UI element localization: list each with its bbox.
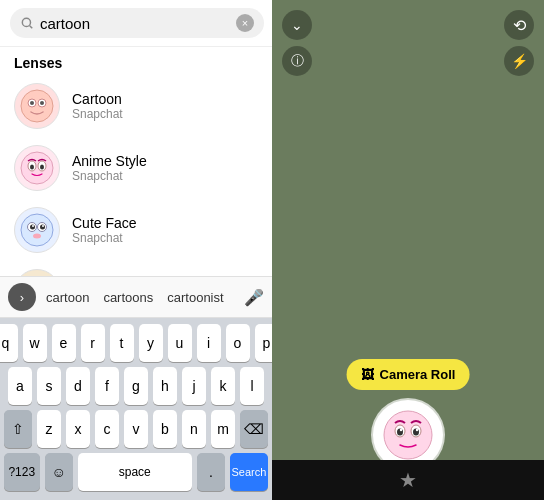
svg-point-6 [40, 101, 44, 105]
lens-name: Cartoon [72, 91, 123, 107]
key-u[interactable]: u [168, 324, 192, 362]
lens-info-anime: Anime Style Snapchat [72, 153, 147, 183]
period-key[interactable]: . [197, 453, 225, 491]
lens-info-cute: Cute Face Snapchat [72, 215, 137, 245]
key-z[interactable]: z [37, 410, 61, 448]
emoji-key[interactable]: ☺ [45, 453, 73, 491]
svg-point-40 [416, 429, 418, 431]
search-input-wrapper: × [10, 8, 264, 38]
top-right-icons: ⟲ ⚡ [504, 10, 534, 76]
svg-point-19 [33, 234, 41, 239]
key-t[interactable]: t [110, 324, 134, 362]
lenses-header: Lenses [0, 47, 272, 75]
svg-point-39 [400, 429, 402, 431]
search-input[interactable] [40, 15, 230, 32]
key-b[interactable]: b [153, 410, 177, 448]
camera-roll-button[interactable]: 🖼 Camera Roll [347, 359, 470, 390]
camera-roll-icon: 🖼 [361, 367, 374, 382]
svg-point-18 [42, 225, 44, 227]
key-f[interactable]: f [95, 367, 119, 405]
flash-icon[interactable]: ⚡ [504, 46, 534, 76]
numbers-key[interactable]: ?123 [4, 453, 40, 491]
lens-item-cute[interactable]: Cute Face Snapchat [0, 199, 272, 261]
keyboard: q w e r t y u i o p a s d f g h j k l ⇧ … [0, 318, 272, 500]
search-icon [20, 16, 34, 30]
keyboard-row-3: ⇧ z x c v b n m ⌫ [4, 410, 268, 448]
svg-point-17 [32, 225, 34, 227]
lens-avatar-deer [14, 269, 60, 276]
left-panel: × Cancel Lenses Cartoon Snapchat [0, 0, 272, 500]
svg-point-0 [22, 18, 30, 26]
keyboard-row-2: a s d f g h j k l [4, 367, 268, 405]
favorites-star-icon[interactable]: ★ [399, 468, 417, 492]
key-q[interactable]: q [0, 324, 18, 362]
suggestions-arrow[interactable]: › [8, 283, 36, 311]
lens-info-cartoon: Cartoon Snapchat [72, 91, 123, 121]
delete-key[interactable]: ⌫ [240, 410, 268, 448]
clear-button[interactable]: × [236, 14, 254, 32]
lens-avatar-cartoon [14, 83, 60, 129]
svg-point-12 [21, 214, 53, 246]
key-g[interactable]: g [124, 367, 148, 405]
top-left-icons: ⌄ ⓘ [282, 10, 312, 76]
key-e[interactable]: e [52, 324, 76, 362]
suggestions-row: › cartoon cartoons cartoonist 🎤 [0, 276, 272, 318]
shift-key[interactable]: ⇧ [4, 410, 32, 448]
key-s[interactable]: s [37, 367, 61, 405]
lens-avatar-cute [14, 207, 60, 253]
key-o[interactable]: o [226, 324, 250, 362]
svg-point-7 [21, 152, 53, 184]
keyboard-row-1: q w e r t y u i o p [4, 324, 268, 362]
key-m[interactable]: m [211, 410, 235, 448]
suggestion-chip-2[interactable]: cartoonist [163, 288, 227, 307]
key-w[interactable]: w [23, 324, 47, 362]
lens-item-anime[interactable]: Anime Style Snapchat [0, 137, 272, 199]
search-bar: × Cancel [0, 0, 272, 47]
lens-name: Anime Style [72, 153, 147, 169]
right-panel: ⌄ ⓘ ⟲ ⚡ 🖼 Camera Roll ★ [272, 0, 544, 500]
rotate-camera-icon[interactable]: ⟲ [504, 10, 534, 40]
key-l[interactable]: l [240, 367, 264, 405]
svg-point-11 [40, 165, 44, 170]
key-a[interactable]: a [8, 367, 32, 405]
svg-point-2 [21, 90, 53, 122]
camera-roll-label: Camera Roll [380, 367, 456, 382]
suggestion-chip-0[interactable]: cartoon [42, 288, 93, 307]
lenses-section: Lenses Cartoon Snapchat [0, 47, 272, 276]
chevron-down-icon[interactable]: ⌄ [282, 10, 312, 40]
lens-avatar-anime [14, 145, 60, 191]
info-icon[interactable]: ⓘ [282, 46, 312, 76]
key-r[interactable]: r [81, 324, 105, 362]
lens-sub: Snapchat [72, 107, 123, 121]
key-c[interactable]: c [95, 410, 119, 448]
lens-item-deer[interactable]: Cartoon Deer Snapchat [0, 261, 272, 276]
bottom-bar: ★ [272, 460, 544, 500]
key-p[interactable]: p [255, 324, 273, 362]
space-key[interactable]: space [78, 453, 192, 491]
lens-name: Cute Face [72, 215, 137, 231]
key-h[interactable]: h [153, 367, 177, 405]
lens-sub: Snapchat [72, 231, 137, 245]
svg-point-5 [30, 101, 34, 105]
key-y[interactable]: y [139, 324, 163, 362]
key-j[interactable]: j [182, 367, 206, 405]
lens-sub: Snapchat [72, 169, 147, 183]
key-d[interactable]: d [66, 367, 90, 405]
svg-line-1 [30, 26, 33, 29]
svg-point-34 [384, 411, 432, 459]
suggestion-chip-1[interactable]: cartoons [99, 288, 157, 307]
key-i[interactable]: i [197, 324, 221, 362]
svg-point-10 [30, 165, 34, 170]
mic-icon[interactable]: 🎤 [244, 288, 264, 307]
key-v[interactable]: v [124, 410, 148, 448]
lens-item-cartoon[interactable]: Cartoon Snapchat [0, 75, 272, 137]
search-key[interactable]: Search [230, 453, 268, 491]
key-n[interactable]: n [182, 410, 206, 448]
keyboard-row-bottom: ?123 ☺ space . Search [4, 453, 268, 491]
key-x[interactable]: x [66, 410, 90, 448]
key-k[interactable]: k [211, 367, 235, 405]
